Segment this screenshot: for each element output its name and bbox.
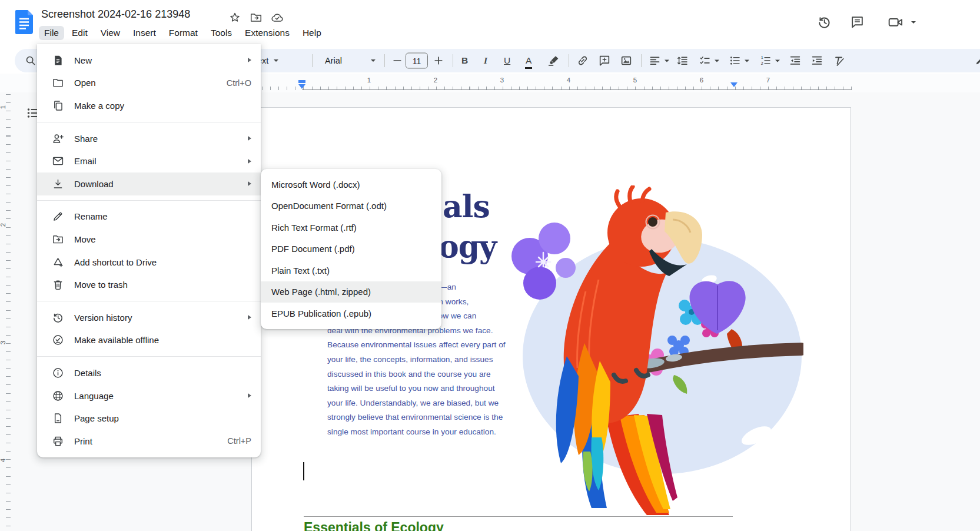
ruler-number: 2	[434, 77, 437, 84]
trash-icon	[52, 278, 64, 291]
ruler-number: 4	[567, 77, 570, 84]
download-option-microsoft-word-docx[interactable]: Microsoft Word (.docx)	[261, 174, 441, 195]
file-menu-item-new[interactable]: New	[37, 49, 261, 72]
menubar-item-format[interactable]: Format	[164, 26, 203, 40]
text-color-button[interactable]: A	[526, 55, 531, 66]
printer-icon	[52, 435, 64, 447]
submenu-arrow-icon	[248, 136, 251, 141]
folder-open-icon	[52, 77, 64, 89]
ruler-number: 4	[0, 459, 6, 462]
file-menu-item-language[interactable]: Language	[37, 384, 261, 407]
doc-title-fragment-1: als	[443, 188, 490, 224]
menubar-item-edit[interactable]: Edit	[67, 26, 93, 40]
pencil-icon	[52, 210, 64, 223]
highlight-color-button[interactable]	[547, 55, 560, 67]
increase-indent-button[interactable]	[810, 54, 823, 67]
document-title[interactable]: Screenshot 2024-02-16 213948	[41, 8, 190, 21]
decrease-indent-button[interactable]	[789, 54, 802, 67]
ruler-number: 2	[0, 223, 6, 227]
star-icon[interactable]	[228, 11, 241, 24]
align-button[interactable]	[649, 55, 669, 67]
parrot-illustration[interactable]	[497, 185, 803, 515]
doc-body-line: discussed in this book and the course yo…	[327, 367, 506, 382]
file-menu-item-print[interactable]: Print Ctrl+P	[37, 430, 261, 453]
ruler-number: 5	[633, 77, 637, 84]
menubar-item-insert[interactable]: Insert	[128, 26, 161, 40]
menu-divider	[37, 122, 261, 122]
menu-divider	[37, 301, 261, 301]
numbered-list-button[interactable]: 12	[759, 55, 780, 67]
text-color-swatch	[525, 67, 532, 69]
file-menu-item-share[interactable]: Share	[37, 127, 261, 150]
underline-button[interactable]: U	[504, 55, 510, 66]
font-family-dropdown[interactable]: Arial	[325, 56, 376, 65]
file-menu-item-open[interactable]: Open Ctrl+O	[37, 72, 261, 95]
menubar-item-view[interactable]: View	[95, 26, 125, 40]
download-option-web-page-html-zipped[interactable]: Web Page (.html, zipped)	[261, 281, 441, 303]
file-menu-item-download[interactable]: Download	[37, 172, 261, 195]
first-line-indent-marker[interactable]	[298, 80, 305, 83]
editing-mode-icon-partial[interactable]	[974, 55, 980, 67]
menu-divider	[37, 200, 261, 201]
doc-body-line: taking will be useful to you now and thr…	[327, 381, 506, 396]
download-option-rich-text-format-rtf[interactable]: Rich Text Format (.rtf)	[261, 217, 441, 238]
checklist-button[interactable]	[699, 55, 719, 67]
ruler-number: 3	[500, 77, 504, 84]
menubar-item-help[interactable]: Help	[297, 26, 327, 40]
svg-text:1: 1	[760, 55, 763, 60]
menubar-item-extensions[interactable]: Extensions	[240, 26, 295, 40]
increase-font-size-button[interactable]	[433, 55, 444, 67]
insert-image-button[interactable]	[620, 54, 633, 67]
doc-title-fragment-2: ogy	[438, 228, 496, 264]
download-option-epub-publication-epub[interactable]: EPUB Publication (.epub)	[261, 303, 441, 324]
history-icon	[52, 311, 64, 324]
submenu-arrow-icon	[248, 315, 251, 320]
download-option-pdf-document-pdf[interactable]: PDF Document (.pdf)	[261, 238, 441, 260]
insert-link-button[interactable]	[576, 54, 589, 67]
doc-body-line: strongly believe that environmental scie…	[327, 410, 506, 425]
file-menu-item-page-setup[interactable]: Page setup	[37, 407, 261, 430]
font-size-input[interactable]: 11	[406, 53, 428, 69]
file-menu-item-details[interactable]: Details	[37, 361, 261, 384]
google-docs-logo[interactable]	[15, 10, 33, 34]
line-spacing-button[interactable]	[676, 55, 689, 67]
bold-button[interactable]: B	[461, 55, 468, 66]
decrease-font-size-button[interactable]	[391, 55, 403, 67]
left-indent-marker[interactable]	[298, 84, 305, 89]
new-document-icon	[52, 54, 64, 67]
file-menu-item-move[interactable]: Move	[37, 228, 261, 251]
bulleted-list-button[interactable]	[729, 55, 749, 67]
file-menu-item-make-a-copy[interactable]: Make a copy	[37, 94, 261, 117]
doc-section-heading[interactable]: Essentials of Ecology	[304, 520, 444, 531]
ruler-number: 3	[0, 341, 6, 344]
file-menu-item-rename[interactable]: Rename	[37, 205, 261, 228]
video-call-caret-icon[interactable]	[911, 21, 916, 24]
doc-horizontal-rule	[304, 516, 733, 517]
search-menus-icon[interactable]	[24, 54, 37, 67]
submenu-arrow-icon	[248, 181, 251, 186]
file-menu-item-move-to-trash[interactable]: Move to trash	[37, 273, 261, 296]
file-menu-item-add-shortcut-to-drive[interactable]: Add shortcut to Drive	[37, 251, 261, 274]
file-menu: New Open Ctrl+O Make a copy Share Email …	[37, 44, 261, 457]
menubar-item-file[interactable]: File	[39, 26, 64, 40]
comments-icon[interactable]	[850, 15, 865, 29]
download-icon	[52, 178, 64, 190]
video-call-icon[interactable]	[888, 15, 905, 29]
italic-button[interactable]: I	[484, 55, 487, 66]
move-folder-icon[interactable]	[250, 11, 263, 24]
file-menu-item-make-available-offline[interactable]: Make available offline	[37, 329, 261, 352]
download-submenu: Microsoft Word (.docx) OpenDocument Form…	[261, 169, 441, 329]
file-menu-item-version-history[interactable]: Version history	[37, 306, 261, 329]
download-option-plain-text-txt[interactable]: Plain Text (.txt)	[261, 260, 441, 281]
add-comment-button[interactable]	[598, 54, 611, 67]
file-menu-item-email[interactable]: Email	[37, 150, 261, 172]
ruler-number: 6	[700, 77, 703, 84]
clear-formatting-button[interactable]	[833, 54, 846, 67]
download-option-opendocument-format-odt[interactable]: OpenDocument Format (.odt)	[261, 195, 441, 217]
cloud-saved-icon[interactable]	[271, 11, 284, 24]
version-history-icon[interactable]	[817, 15, 832, 29]
right-indent-marker[interactable]	[730, 82, 738, 87]
vertical-ruler	[6, 94, 11, 531]
ruler-number: 1	[367, 77, 371, 84]
menubar-item-tools[interactable]: Tools	[205, 26, 237, 40]
